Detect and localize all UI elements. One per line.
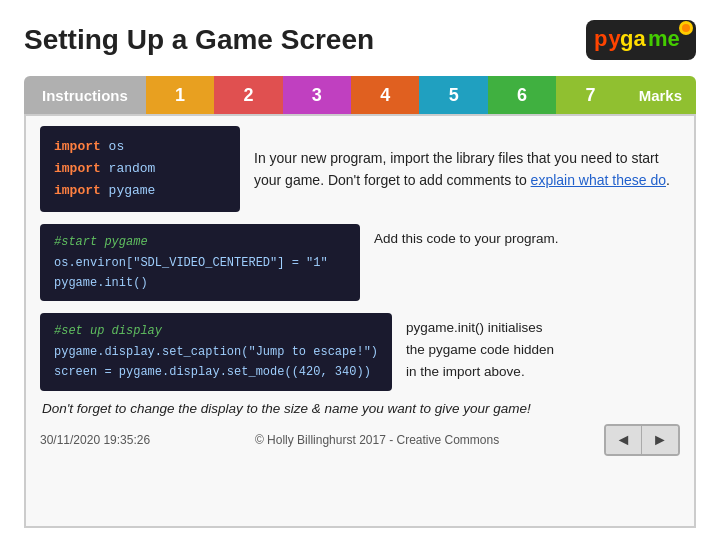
mid-row: #start pygame os.environ["SDL_VIDEO_CENT… xyxy=(40,224,680,301)
svg-text:ga: ga xyxy=(620,26,646,51)
nav-marks: Marks xyxy=(625,76,696,114)
nav-arrows: ◄ ► xyxy=(604,424,680,456)
import-description: In your new program, import the library … xyxy=(254,126,680,212)
pygame-logo-svg: py ga me xyxy=(586,18,696,62)
svg-text:py: py xyxy=(594,26,622,51)
nav-num-4[interactable]: 4 xyxy=(351,76,419,114)
page-header: Setting Up a Game Screen py ga me xyxy=(24,18,696,62)
nav-bar: Instructions 1 2 3 4 5 6 7 Marks xyxy=(24,76,696,114)
nav-num-1[interactable]: 1 xyxy=(146,76,214,114)
top-row: import os import random import pygame In… xyxy=(40,126,680,212)
start-comment: #start pygame xyxy=(54,232,346,252)
nav-num-6[interactable]: 6 xyxy=(488,76,556,114)
start-pygame-side-text: Add this code to your program. xyxy=(374,224,559,301)
display-side-text: pygame.init() initialises the pygame cod… xyxy=(406,313,554,390)
content-area: import os import random import pygame In… xyxy=(24,114,696,528)
import-pygame: import pygame xyxy=(54,180,226,202)
nav-instructions: Instructions xyxy=(24,76,146,114)
display-code-block: #set up display pygame.display.set_capti… xyxy=(40,313,392,390)
nav-num-5[interactable]: 5 xyxy=(419,76,487,114)
import-random: import random xyxy=(54,158,226,180)
svg-text:me: me xyxy=(648,26,680,51)
set-mode-line: screen = pygame.display.set_mode((420, 3… xyxy=(54,362,378,382)
display-side1: pygame.init() initialises xyxy=(406,320,543,335)
import-os: import os xyxy=(54,136,226,158)
back-arrow-button[interactable]: ◄ xyxy=(606,426,642,454)
nav-num-3[interactable]: 3 xyxy=(283,76,351,114)
timestamp: 30/11/2020 19:35:26 xyxy=(40,433,150,447)
svg-point-5 xyxy=(682,24,690,32)
nav-num-7[interactable]: 7 xyxy=(556,76,624,114)
display-side2: the pygame code hidden xyxy=(406,342,554,357)
forward-arrow-button[interactable]: ► xyxy=(642,426,678,454)
set-caption-line: pygame.display.set_caption("Jump to esca… xyxy=(54,342,378,362)
page-title: Setting Up a Game Screen xyxy=(24,24,374,56)
bottom-row: #set up display pygame.display.set_capti… xyxy=(40,313,680,390)
copyright: © Holly Billinghurst 2017 - Creative Com… xyxy=(255,433,499,447)
start-pygame-code: #start pygame os.environ["SDL_VIDEO_CENT… xyxy=(40,224,360,301)
footer-italic-text: Don't forget to change the display to th… xyxy=(40,401,680,416)
nav-numbers: 1 2 3 4 5 6 7 xyxy=(146,76,625,114)
bottom-bar: 30/11/2020 19:35:26 © Holly Billinghurst… xyxy=(40,424,680,456)
pygame-logo: py ga me xyxy=(586,18,696,62)
import-desc-text2: . xyxy=(666,172,670,188)
display-side3: in the import above. xyxy=(406,364,525,379)
explain-link[interactable]: explain what these do xyxy=(531,172,666,188)
nav-num-2[interactable]: 2 xyxy=(214,76,282,114)
init-line: pygame.init() xyxy=(54,273,346,293)
display-comment: #set up display xyxy=(54,321,378,341)
sdl-line: os.environ["SDL_VIDEO_CENTERED"] = "1" xyxy=(54,253,346,273)
import-code-block: import os import random import pygame xyxy=(40,126,240,212)
